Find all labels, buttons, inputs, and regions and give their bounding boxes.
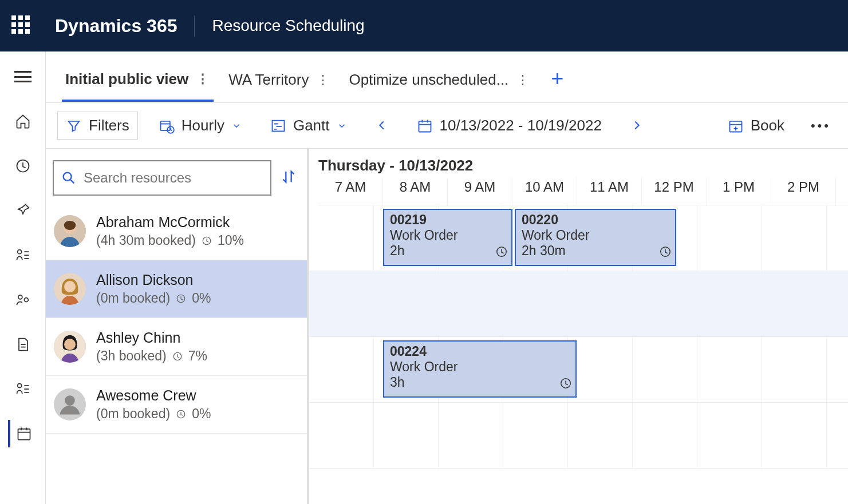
- filter-icon: [66, 118, 82, 134]
- grid-cell: [697, 205, 762, 271]
- calendar-icon: [417, 118, 433, 134]
- grid-cell: [762, 205, 827, 271]
- day-header: Thursday - 10/13/2022: [318, 157, 848, 178]
- time-scale-dropdown[interactable]: Hourly: [151, 112, 250, 139]
- grid-cell: [633, 337, 697, 402]
- grid-cell: [309, 205, 374, 271]
- team-icon[interactable]: [9, 286, 37, 313]
- timeline-row[interactable]: 00224Work Order3h: [309, 337, 848, 403]
- grid-cell: [697, 403, 762, 468]
- add-tab-button[interactable]: +: [545, 66, 569, 91]
- avatar: [54, 388, 86, 420]
- people-list-icon[interactable]: [9, 241, 37, 269]
- svg-point-16: [64, 281, 76, 292]
- next-period-button[interactable]: [622, 115, 651, 136]
- timeline-row[interactable]: 00219Work Order2h00220Work Order2h 30m: [309, 205, 848, 271]
- avatar: [54, 273, 86, 305]
- schedule-board-icon[interactable]: [8, 420, 36, 447]
- clock-icon: [172, 351, 183, 362]
- grid-cell: [633, 271, 697, 336]
- booking-block[interactable]: 00220Work Order2h 30m: [515, 209, 676, 266]
- search-icon: [61, 170, 77, 186]
- booking-duration: 2h 30m: [522, 243, 669, 259]
- clock-icon: [176, 409, 186, 419]
- hour-cell: 11 AM: [577, 178, 642, 205]
- timeline-row[interactable]: [309, 271, 848, 337]
- timeline-rows: 00219Work Order2h00220Work Order2h 30m00…: [309, 205, 848, 504]
- hour-cell: 7 AM: [318, 178, 383, 205]
- clock-icon: [495, 245, 508, 261]
- sort-button[interactable]: [281, 169, 297, 187]
- timeline-row[interactable]: [309, 403, 848, 469]
- resource-name: Abraham McCormick: [96, 214, 244, 231]
- resource-row[interactable]: Ashley Chinn(3h booked)7%: [46, 318, 307, 376]
- app-launcher-icon[interactable]: [11, 15, 32, 36]
- more-actions-button[interactable]: •••: [805, 118, 837, 133]
- svg-point-1: [17, 250, 21, 254]
- chevron-down-icon: [231, 121, 242, 131]
- svg-point-3: [24, 298, 28, 302]
- grid-cell: [374, 271, 439, 336]
- recent-icon[interactable]: [9, 152, 37, 180]
- resource-name: Ashley Chinn: [96, 330, 207, 346]
- menu-toggle[interactable]: [9, 63, 37, 90]
- tab-label: WA Territory: [228, 71, 309, 89]
- hours-row: 7 AM8 AM9 AM10 AM11 AM12 PM1 PM2 PM: [318, 178, 848, 205]
- resource-row[interactable]: Awesome Crew(0m booked)0%: [46, 376, 307, 434]
- grid-cell: [762, 271, 827, 336]
- date-range-picker[interactable]: 10/13/2022 - 10/19/2022: [409, 112, 610, 139]
- tab-menu-icon[interactable]: ⋮: [516, 73, 530, 88]
- left-rail: [0, 51, 46, 504]
- resource-name: Awesome Crew: [96, 387, 211, 404]
- date-range-label: 10/13/2022 - 10/19/2022: [440, 117, 602, 134]
- grid-cell: [633, 403, 697, 468]
- time-scale-label: Hourly: [182, 117, 224, 134]
- resource-row[interactable]: Allison Dickson(0m booked)0%: [46, 260, 307, 318]
- grid-cell: [568, 271, 633, 336]
- grid-cell: [697, 271, 762, 336]
- hour-cell: 9 AM: [448, 178, 512, 205]
- chevron-down-icon: [337, 121, 347, 131]
- booking-id: 00224: [390, 344, 570, 359]
- tab-menu-icon[interactable]: ⋮: [196, 72, 210, 86]
- avatar: [54, 331, 86, 363]
- svg-rect-8: [272, 120, 284, 131]
- clock-icon: [659, 245, 672, 261]
- tab-wa-territory[interactable]: WA Territory ⋮: [225, 65, 334, 100]
- prev-period-button[interactable]: [368, 115, 396, 136]
- booking-duration: 2h: [390, 243, 506, 259]
- search-resources-box[interactable]: [53, 160, 271, 196]
- grid-cell: [439, 403, 503, 468]
- people-list-2-icon[interactable]: [9, 375, 37, 403]
- grid-cell: [503, 403, 568, 468]
- filters-button[interactable]: Filters: [57, 112, 138, 140]
- resource-row[interactable]: Abraham McCormick(4h 30m booked)10%: [46, 203, 307, 260]
- hour-cell: 8 AM: [383, 178, 448, 205]
- resource-booked: (0m booked)0%: [96, 406, 211, 422]
- pin-icon[interactable]: [9, 197, 37, 224]
- home-icon[interactable]: [9, 108, 37, 135]
- tab-optimize-unscheduled[interactable]: Optimize unscheduled... ⋮: [345, 65, 534, 100]
- tab-initial-public-view[interactable]: Initial public view ⋮: [62, 65, 214, 102]
- grid-cell: [762, 337, 827, 402]
- grid-cell: [374, 403, 439, 468]
- filters-label: Filters: [89, 117, 129, 134]
- hour-cell: 1 PM: [707, 178, 771, 205]
- calendar-add-icon: [728, 118, 744, 134]
- document-icon[interactable]: [9, 331, 37, 358]
- grid-cell: [568, 403, 633, 468]
- view-mode-dropdown[interactable]: Gantt: [262, 112, 355, 139]
- search-input[interactable]: [84, 170, 263, 186]
- booking-block[interactable]: 00219Work Order2h: [383, 209, 512, 266]
- clock-icon: [176, 293, 186, 304]
- svg-rect-9: [419, 121, 431, 132]
- resource-booked: (0m booked)0%: [96, 291, 211, 306]
- tab-menu-icon[interactable]: ⋮: [317, 73, 330, 88]
- grid-cell: [697, 337, 762, 402]
- grid-cell: [439, 271, 503, 336]
- book-button[interactable]: Book: [720, 112, 792, 139]
- booking-block[interactable]: 00224Work Order3h: [383, 340, 577, 398]
- hour-cell: 12 PM: [642, 178, 707, 205]
- view-tabs: Initial public view ⋮ WA Territory ⋮ Opt…: [46, 51, 848, 103]
- svg-rect-5: [18, 429, 30, 440]
